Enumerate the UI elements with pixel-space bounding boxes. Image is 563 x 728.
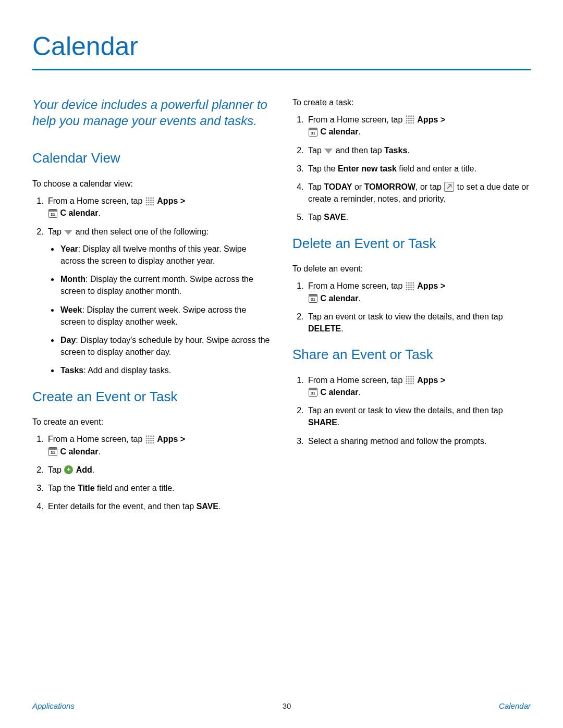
svg-point-25 xyxy=(148,440,150,441)
save-label: SAVE xyxy=(197,502,218,511)
svg-point-57 xyxy=(406,287,407,288)
svg-point-75 xyxy=(410,380,412,382)
svg-point-29 xyxy=(148,442,150,443)
list-item: Day: Display today's schedule by hour. S… xyxy=(59,334,271,358)
svg-point-80 xyxy=(412,383,414,385)
delete-event-heading: Delete an Event or Task xyxy=(292,234,531,254)
text: and then tap xyxy=(336,146,384,155)
list-item: Tasks: Add and display tasks. xyxy=(59,364,271,376)
svg-point-65 xyxy=(406,376,407,378)
text: or xyxy=(352,182,364,191)
list-item: Week: Display the current week. Swipe ac… xyxy=(59,304,271,328)
svg-point-4 xyxy=(145,199,147,201)
create-task-steps: From a Home screen, tap Apps > 31 C alen… xyxy=(292,114,531,223)
create-task-lead: To create a task: xyxy=(292,96,531,108)
text: From a Home screen, tap xyxy=(48,196,145,205)
period: . xyxy=(341,324,343,333)
right-column: To create a task: From a Home screen, ta… xyxy=(292,96,531,521)
create-event-heading: Create an Event or Task xyxy=(32,387,271,407)
expand-icon xyxy=(444,182,454,192)
calendar-label: C alendar xyxy=(60,447,98,456)
calendar-label: C alendar xyxy=(60,208,98,217)
text: Tap the xyxy=(308,164,338,173)
week-label: Week xyxy=(60,305,82,314)
list-item: Tap the Enter new task field and enter a… xyxy=(306,163,531,175)
create-event-steps: From a Home screen, tap Apps > 31 C alen… xyxy=(32,433,271,512)
period: . xyxy=(346,213,348,221)
period: . xyxy=(358,388,360,397)
svg-point-79 xyxy=(410,383,412,385)
period: . xyxy=(358,294,360,303)
view-options: Year: Display all twelve months of this … xyxy=(48,243,271,377)
apps-grid-icon xyxy=(406,115,414,124)
text: : Display today's schedule by hour. Swip… xyxy=(60,336,270,356)
text: From a Home screen, tap xyxy=(308,281,405,290)
svg-point-12 xyxy=(145,204,147,205)
list-item: Tap an event or task to view the details… xyxy=(306,404,531,428)
page-title: Calendar xyxy=(32,31,531,61)
text: From a Home screen, tap xyxy=(48,435,145,443)
calendar-icon: 31 xyxy=(48,209,57,218)
apps-grid-icon xyxy=(145,435,154,444)
svg-point-77 xyxy=(406,383,407,385)
svg-point-23 xyxy=(152,438,154,439)
svg-point-49 xyxy=(406,282,407,283)
svg-point-39 xyxy=(412,118,414,119)
svg-point-13 xyxy=(148,204,150,205)
svg-point-15 xyxy=(152,204,154,205)
apps-label: Apps > xyxy=(417,281,445,290)
svg-point-55 xyxy=(410,285,412,286)
svg-point-7 xyxy=(152,199,154,201)
dropdown-icon xyxy=(64,230,72,235)
create-event-lead: To create an event: xyxy=(32,416,271,428)
svg-point-26 xyxy=(150,440,152,441)
list-item: Tap an event or task to view the details… xyxy=(306,311,531,335)
svg-point-52 xyxy=(412,282,414,283)
text: Tap xyxy=(308,146,324,155)
tomorrow-label: TOMORROW xyxy=(364,182,415,191)
svg-point-56 xyxy=(412,285,414,286)
calendar-view-steps: From a Home screen, tap Apps > 31 C alen… xyxy=(32,195,271,376)
svg-point-21 xyxy=(148,438,150,439)
text: : Add and display tasks. xyxy=(83,366,171,375)
svg-point-69 xyxy=(406,378,407,380)
list-item: Tap and then select one of the following… xyxy=(46,226,271,377)
svg-point-18 xyxy=(150,435,152,437)
svg-point-28 xyxy=(145,442,147,443)
svg-point-1 xyxy=(148,197,150,199)
text: field and enter a title. xyxy=(397,164,476,173)
list-item: From a Home screen, tap Apps > 31 C alen… xyxy=(306,114,531,138)
svg-point-41 xyxy=(408,120,410,122)
page-number: 30 xyxy=(283,701,291,710)
svg-point-8 xyxy=(145,202,147,203)
calendar-icon: 31 xyxy=(309,388,317,397)
svg-point-38 xyxy=(410,118,412,119)
svg-point-53 xyxy=(406,285,407,286)
svg-point-54 xyxy=(408,285,410,286)
svg-point-2 xyxy=(150,197,152,199)
calendar-label: C alendar xyxy=(320,294,358,303)
tasks-label: Tasks xyxy=(384,146,407,155)
list-item: Tap TODAY or TOMORROW, or tap to set a d… xyxy=(306,181,531,205)
day-label: Day xyxy=(60,336,76,344)
tasks-label: Tasks xyxy=(60,366,83,375)
add-icon: + xyxy=(64,465,73,474)
apps-grid-icon xyxy=(406,376,414,385)
apps-grid-icon xyxy=(145,197,154,206)
save-label: SAVE xyxy=(324,213,346,221)
svg-point-22 xyxy=(150,438,152,439)
svg-point-10 xyxy=(150,202,152,203)
text: Tap xyxy=(308,182,324,191)
calendar-icon: 31 xyxy=(309,128,317,137)
text: : Display the current week. Swipe across… xyxy=(60,305,246,326)
calendar-view-heading: Calendar View xyxy=(32,149,271,168)
share-event-steps: From a Home screen, tap Apps > 31 C alen… xyxy=(292,374,531,447)
svg-point-71 xyxy=(410,378,412,380)
list-item: Tap + Add. xyxy=(46,464,271,476)
list-item: Enter details for the event, and then ta… xyxy=(46,500,271,512)
svg-point-51 xyxy=(410,282,412,283)
svg-point-74 xyxy=(408,380,410,382)
svg-point-31 xyxy=(152,442,154,443)
list-item: From a Home screen, tap Apps > 31 C alen… xyxy=(306,280,531,304)
text: From a Home screen, tap xyxy=(308,115,405,124)
